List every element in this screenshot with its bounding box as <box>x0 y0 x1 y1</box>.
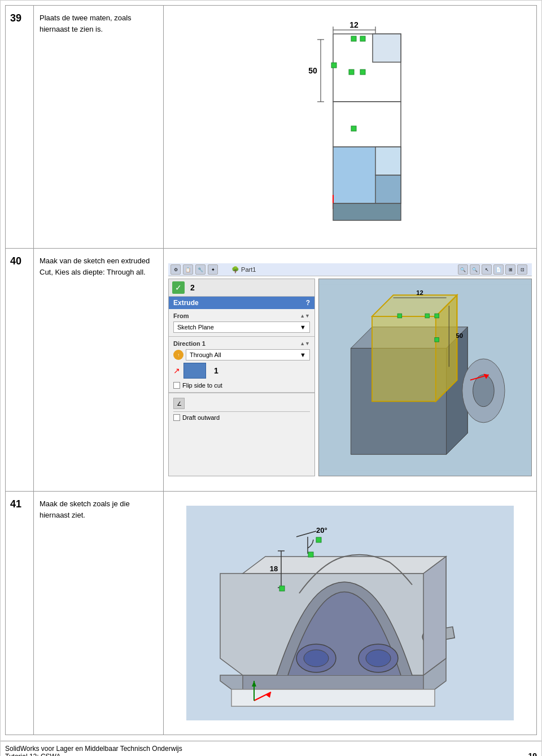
part-name: Part1 <box>241 266 256 273</box>
svg-marker-53 <box>423 557 446 675</box>
part-3d-view-40: 12 50 <box>319 279 531 476</box>
content-area: 39 Plaats de twee maten, zoals hiernaast… <box>5 5 537 735</box>
row-41: 41 Maak de sketch zoals je die hiernaast… <box>6 492 536 735</box>
view-icon-4[interactable]: 📄 <box>493 264 504 275</box>
svg-point-50 <box>304 650 329 667</box>
view-icon-3[interactable]: ↖ <box>482 264 492 275</box>
technical-drawing-39: 12 50 <box>288 20 412 234</box>
svg-rect-11 <box>360 36 365 41</box>
svg-text:50: 50 <box>308 66 317 75</box>
svg-rect-41 <box>435 338 439 342</box>
svg-rect-34 <box>397 314 402 318</box>
svg-rect-35 <box>425 314 430 318</box>
draft-section: ∠ Draft outward <box>169 393 314 423</box>
svg-rect-66 <box>308 552 313 557</box>
flip-side-checkbox[interactable] <box>173 382 180 389</box>
toolbar-icon-1[interactable]: ⚙ <box>171 264 181 275</box>
view-icon-5[interactable]: ⊞ <box>505 264 515 275</box>
draft-outward-label: Draft outward <box>182 414 220 421</box>
panel-toolbar: ✓ 2 <box>169 279 314 297</box>
accept-button[interactable]: ✓ <box>172 281 185 294</box>
direction1-arrows: ▲▼ <box>300 341 310 346</box>
from-label: From <box>173 312 189 319</box>
red-arrow-icon: ↗ <box>173 366 180 375</box>
svg-rect-14 <box>360 69 365 75</box>
svg-rect-40 <box>435 314 439 318</box>
direction-row: ↑ Through All ▼ <box>173 349 310 360</box>
direction-icon: ↑ <box>173 350 183 360</box>
row-40: 40 Maak van de sketch een extruded Cut, … <box>6 249 536 492</box>
svg-text:18: 18 <box>270 564 278 573</box>
through-all-label: Through All <box>190 351 221 358</box>
through-all-arrow: ▼ <box>300 351 306 358</box>
toolbar-icon-4[interactable]: ✦ <box>208 264 218 275</box>
part-view-40: 12 50 <box>318 279 532 476</box>
annotation-1: 1 <box>214 366 218 375</box>
svg-text:20°: 20° <box>316 526 327 535</box>
svg-text:50: 50 <box>456 332 464 339</box>
step-visual-39: 12 50 <box>164 6 536 248</box>
direction1-label: Direction 1 <box>173 340 206 347</box>
part-3d-view-41: 20° 18 <box>186 506 514 720</box>
svg-rect-16 <box>333 102 401 147</box>
svg-rect-12 <box>331 63 336 68</box>
depth-row: ↗ 1 <box>173 363 310 379</box>
svg-rect-17 <box>351 126 356 131</box>
footer: SolidWorks voor Lager en Middelbaar Tech… <box>1 741 541 756</box>
toolbar-icon-3[interactable]: 🔧 <box>195 264 206 275</box>
step-number-41: 41 <box>6 492 34 735</box>
svg-rect-54 <box>231 689 435 706</box>
svg-point-37 <box>473 375 495 406</box>
from-header: From ▲▼ <box>173 312 310 319</box>
dropdown-arrow: ▼ <box>300 324 306 331</box>
draft-outward-row: Draft outward <box>173 414 310 421</box>
direction1-header: Direction 1 ▲▼ <box>173 340 310 347</box>
from-arrows: ▲▼ <box>300 313 310 319</box>
svg-text:12: 12 <box>416 289 423 296</box>
svg-rect-10 <box>351 36 356 41</box>
draft-outward-checkbox[interactable] <box>173 414 180 421</box>
step-text-41: Maak de sketch zoals je die hiernaast zi… <box>34 492 164 735</box>
view-icon-1[interactable]: 🔍 <box>458 264 468 275</box>
sketch-plane-label: Sketch Plane <box>177 324 214 331</box>
from-section: From ▲▼ Sketch Plane ▼ <box>169 309 314 337</box>
panel-title: Extrude <box>173 299 199 307</box>
svg-rect-9 <box>373 34 401 62</box>
svg-point-52 <box>366 650 391 667</box>
sketch-plane-dropdown[interactable]: Sketch Plane ▼ <box>173 321 310 333</box>
step-visual-40: ⚙ 📋 🔧 ✦ 🌳 Part1 🔍 🔍 ↖ 📄 ⊞ ⊡ <box>164 249 536 491</box>
view-icon-6[interactable]: ⊡ <box>517 264 527 275</box>
svg-rect-19 <box>375 147 401 175</box>
flip-side-label: Flip side to cut <box>182 382 222 389</box>
step-number-40: 40 <box>6 249 34 491</box>
step-text-40: Maak van de sketch een extruded Cut, Kie… <box>34 249 164 491</box>
footer-text: SolidWorks voor Lager en Middelbaar Tech… <box>5 745 182 756</box>
sw-topbar: ⚙ 📋 🔧 ✦ 🌳 Part1 🔍 🔍 ↖ 📄 ⊞ ⊡ <box>168 263 532 276</box>
step-text-39: Plaats de twee maten, zoals hiernaast te… <box>34 6 164 248</box>
through-all-dropdown[interactable]: Through All ▼ <box>186 349 310 360</box>
panel-titlebar: Extrude ? <box>169 297 314 309</box>
depth-box <box>183 363 206 379</box>
page-number: 19 <box>528 751 537 756</box>
toolbar-icon-2[interactable]: 📋 <box>183 264 193 275</box>
extrude-panel: ✓ 2 Extrude ? From ▲▼ <box>168 279 315 476</box>
svg-rect-67 <box>316 537 321 542</box>
footer-title: SolidWorks voor Lager en Middelbaar Tech… <box>5 745 182 753</box>
svg-text:12: 12 <box>349 20 359 29</box>
footer-subtitle: Tutorial 12: CSWA <box>5 753 182 756</box>
view-icon-2[interactable]: 🔍 <box>470 264 480 275</box>
annotation-2: 2 <box>190 283 195 292</box>
panel-question: ? <box>306 299 310 307</box>
svg-rect-13 <box>349 69 354 75</box>
step-number-39: 39 <box>6 6 34 248</box>
direction1-section: Direction 1 ▲▼ ↑ Through All ▼ <box>169 337 314 393</box>
flip-side-row: Flip side to cut <box>173 382 310 389</box>
svg-rect-22 <box>333 203 401 220</box>
angle-icon: ∠ <box>173 398 185 409</box>
row-39: 39 Plaats de twee maten, zoals hiernaast… <box>6 6 536 249</box>
step-visual-41: 20° 18 <box>164 492 536 735</box>
svg-rect-68 <box>279 586 285 591</box>
svg-rect-20 <box>375 175 401 203</box>
page: 39 Plaats de twee maten, zoals hiernaast… <box>0 0 542 756</box>
